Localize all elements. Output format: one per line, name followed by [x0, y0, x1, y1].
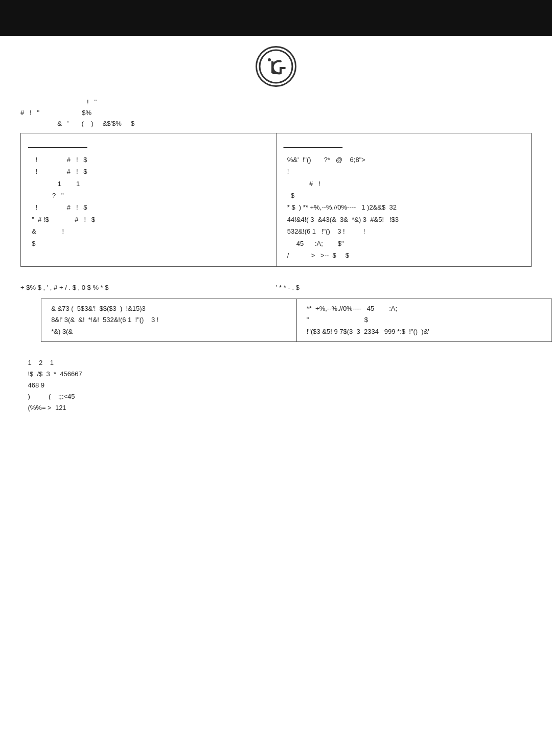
middle-left: + $% $ , ' , # + / . [20, 282, 276, 293]
right-col-underline: ________________ [284, 139, 343, 150]
middle-section: + $% $ , ' , # + / . [0, 282, 552, 293]
right-line-7: 532&!(6 1 !"() 3 ! ! [284, 225, 524, 237]
footer-4: (%%= > 121 [20, 402, 532, 414]
br-0: ** +%,--%.//0%---- 45 :A; [303, 303, 546, 314]
ml-2: + [20, 284, 26, 291]
left-line-2: ! # ! $ [28, 166, 269, 177]
ml-8: , # [50, 284, 57, 291]
right-line-8: 45 :A; $" [284, 238, 524, 249]
ml-10: . [68, 284, 71, 291]
header-bar [0, 0, 552, 36]
br-1: " $ [303, 314, 546, 326]
right-line-0: %&' !"() ?* @ 6;8"> [284, 154, 524, 166]
left-line-3: 1 1 [28, 178, 269, 190]
left-line-7: & ! [28, 225, 269, 237]
left-line-6: " # !$ # ! $ [28, 214, 269, 225]
bottom-left-cell: & &73 ( 5$3&'! $$($3 ) !&15)3 8&!' 3(& &… [41, 299, 297, 341]
top-line-1: ! " [20, 97, 532, 108]
left-column: ________________ ! # ! $ ! # ! $ 1 1 ? "… [21, 133, 277, 267]
ml-11: $ [73, 284, 76, 291]
svg-point-1 [268, 58, 271, 61]
left-line-9: $ [28, 238, 269, 249]
mr-6: . $ [292, 284, 299, 291]
left-line-1: ! # ! $ [28, 154, 269, 166]
right-line-4: $ [284, 190, 524, 201]
right-line-9: / > >-- $ $ [284, 249, 524, 261]
left-col-content: ________________ ! # ! $ ! # ! $ 1 1 ? "… [28, 139, 269, 249]
left-col-underline: ________________ [28, 139, 87, 150]
right-line-1: ! [284, 166, 524, 177]
bottom-table-wrapper: & &73 ( 5$3&'! $$($3 ) !&15)3 8&!' 3(& &… [0, 299, 552, 341]
left-line-4: ? " [28, 190, 269, 201]
ml-12: , 0 $ [78, 284, 91, 291]
mr-0: ' * [276, 284, 282, 291]
top-line-2: # ! " $% [20, 108, 532, 119]
left-line-5: ! # ! $ [28, 201, 269, 213]
svg-point-0 [260, 50, 292, 83]
logo-area [0, 36, 552, 92]
bottom-table: & &73 ( 5$3&'! $$($3 ) !&15)3 8&!' 3(& &… [41, 299, 552, 341]
footer-text: 1 2 1 !$ /$ 3 * 456667 468 9 ) ( ;;:<45 … [0, 349, 552, 422]
bottom-right-cell: ** +%,--%.//0%---- 45 :A; " $ !"($3 &5! … [296, 299, 552, 341]
right-line-2: # ! [284, 178, 524, 190]
bl-1: 8&!' 3(& &! *!&! 532&!(6 1 !"() 3 ! [48, 314, 290, 326]
br-2: !"($3 &5! 9 7$(3 3 2334 999 *:$ !"() )&' [303, 326, 546, 337]
right-line-5: * $ ) ** +%,--%.//0%---- 1 )2&&$ 32 [284, 201, 524, 213]
main-table: ________________ ! # ! $ ! # ! $ 1 1 ? "… [20, 133, 532, 267]
bl-2: *&) 3(& [48, 326, 290, 337]
bl-0: & &73 ( 5$3&'! $$($3 ) !&15)3 [48, 303, 290, 314]
doc-content: ! " # ! " $% & ' ( ) &$'$% $ ___________… [0, 92, 552, 282]
ml-13: % * $ [93, 284, 108, 291]
mr-1: * [284, 284, 286, 291]
top-text-block: ! " # ! " $% & ' ( ) &$'$% $ [20, 97, 532, 129]
footer-0: 1 2 1 [20, 357, 532, 369]
middle-right: ' * * - . $ [276, 282, 532, 293]
right-column: ________________ %&' !"() ?* @ 6;8"> ! #… [276, 133, 532, 267]
footer-3: ) ( ;;:<45 [20, 391, 532, 402]
right-col-content: ________________ %&' !"() ?* @ 6;8"> ! #… [284, 139, 524, 261]
mr-5: - [288, 284, 290, 291]
right-line-6: 44!&4!( 3 &43(& 3& *&) 3 #&5! !$3 [284, 214, 524, 225]
top-line-3: & ' ( ) &$'$% $ [20, 119, 532, 129]
ml-4: $ [38, 284, 41, 291]
lg-logo [256, 46, 296, 87]
ml-9: + / [59, 284, 67, 291]
footer-1: !$ /$ 3 * 456667 [20, 369, 532, 380]
ml-7: , ' [43, 284, 49, 291]
ml-3: $% [26, 284, 36, 291]
footer-2: 468 9 [20, 380, 532, 391]
